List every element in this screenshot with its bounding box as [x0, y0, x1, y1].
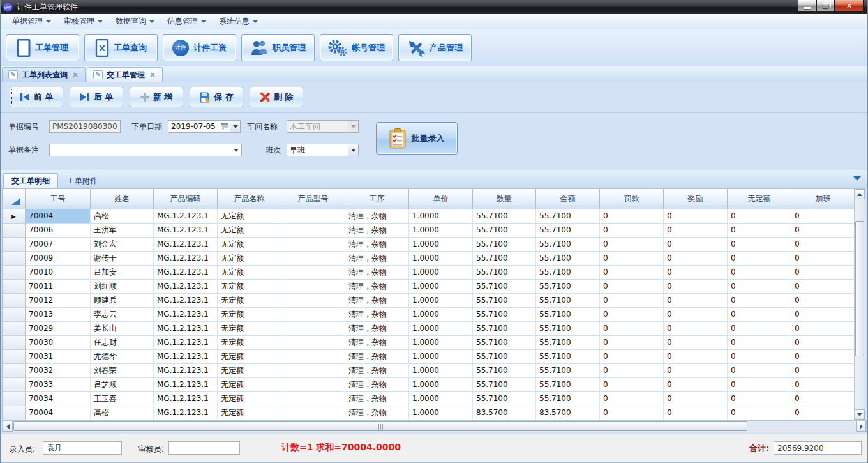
grid-cell[interactable]: MG.1.2.123.1 — [154, 378, 218, 392]
grid-cell[interactable]: MG.1.2.123.1 — [154, 322, 218, 336]
grid-cell[interactable]: 尤德华 — [91, 350, 154, 364]
row-selector[interactable] — [3, 266, 26, 280]
grid-cell[interactable] — [281, 322, 345, 336]
grid-cell[interactable]: 1.0000 — [409, 406, 473, 420]
grid-cell[interactable]: 83.5700 — [536, 406, 600, 420]
grid-cell[interactable]: 70033 — [26, 378, 91, 392]
piecework-wage-button[interactable]: 计件 计件工资 — [163, 34, 236, 61]
grid-cell[interactable] — [281, 350, 345, 364]
grid-cell[interactable]: 55.7100 — [473, 336, 536, 350]
shift-select[interactable]: 早班 — [287, 144, 359, 156]
grid-cell[interactable]: 无定额 — [218, 336, 281, 350]
grid-cell[interactable]: 0 — [728, 294, 791, 308]
grid-cell[interactable]: 1.0000 — [409, 336, 473, 350]
grid-cell[interactable]: 无定额 — [218, 406, 281, 420]
grid-cell[interactable]: 0 — [600, 280, 664, 294]
grid-cell[interactable]: 0 — [664, 406, 728, 420]
grid-cell[interactable]: 70012 — [26, 294, 91, 308]
tab-work-order-attachment[interactable]: 工单附件 — [59, 173, 106, 188]
row-selector[interactable] — [3, 392, 26, 406]
grid-cell[interactable]: 55.7100 — [473, 238, 536, 252]
grid-cell[interactable]: 无定额 — [218, 238, 281, 252]
grid-cell[interactable] — [281, 294, 345, 308]
scroll-down-button[interactable] — [855, 409, 865, 420]
table-row[interactable]: 70010吕加安MG.1.2.123.1无定额清理，杂物1.000055.710… — [3, 266, 855, 280]
grid-cell[interactable]: 0 — [791, 308, 855, 322]
grid-cell[interactable]: 0 — [791, 364, 855, 378]
grid-cell[interactable]: 0 — [791, 252, 855, 266]
grid-cell[interactable] — [281, 238, 345, 252]
tab-delivery-order-detail[interactable]: 交工单明细 — [3, 173, 58, 188]
tab-close-icon[interactable]: × — [71, 70, 79, 79]
tab-close-icon[interactable]: × — [149, 70, 156, 79]
table-row[interactable]: 70004高松MG.1.2.123.1无定额清理，杂物1.000083.5700… — [3, 406, 855, 420]
grid-cell[interactable] — [281, 266, 345, 280]
grid-cell[interactable]: 清理，杂物 — [345, 308, 409, 322]
grid-cell[interactable]: 0 — [600, 350, 664, 364]
grid-cell[interactable]: 刘红顺 — [91, 280, 154, 294]
grid-cell[interactable]: 0 — [791, 209, 855, 224]
grid-cell[interactable] — [281, 336, 345, 350]
grid-cell[interactable]: 55.7100 — [536, 238, 600, 252]
grid-cell[interactable]: 清理，杂物 — [345, 392, 409, 406]
grid-cell[interactable] — [281, 392, 345, 406]
grid-cell[interactable]: 0 — [664, 238, 728, 252]
grid-cell[interactable]: 1.0000 — [409, 364, 473, 378]
grid-cell[interactable]: 0 — [791, 280, 855, 294]
menu-audit-management[interactable]: 审核管理 — [57, 14, 109, 29]
grid-cell[interactable]: MG.1.2.123.1 — [154, 280, 218, 294]
column-header[interactable]: 无定额 — [728, 189, 791, 209]
chevron-down-icon[interactable] — [230, 121, 240, 132]
chevron-down-icon[interactable] — [348, 144, 358, 156]
menu-system-info[interactable]: 系统信息 — [213, 14, 264, 29]
grid-cell[interactable]: 0 — [791, 294, 855, 308]
grid-cell[interactable]: 0 — [728, 378, 791, 392]
staff-management-button[interactable]: 职员管理 — [241, 34, 315, 61]
grid-cell[interactable]: 1.0000 — [409, 224, 473, 238]
column-header[interactable]: 产品名称 — [218, 189, 281, 209]
grid-cell[interactable]: 0 — [664, 364, 728, 378]
grid-cell[interactable]: 0 — [600, 252, 664, 266]
table-row[interactable]: 70007刘金宏MG.1.2.123.1无定额清理，杂物1.000055.710… — [3, 238, 855, 252]
chevron-down-icon[interactable] — [231, 144, 241, 156]
grid-cell[interactable]: 0 — [600, 308, 664, 322]
grid-cell[interactable]: 清理，杂物 — [345, 238, 409, 252]
grid-cell[interactable]: 清理，杂物 — [345, 350, 409, 364]
row-selector[interactable] — [3, 294, 26, 308]
grid-cell[interactable]: 1.0000 — [409, 378, 473, 392]
grid-cell[interactable]: 0 — [728, 209, 791, 224]
grid-cell[interactable]: MG.1.2.123.1 — [154, 266, 218, 280]
title-bar[interactable]: 计件 计件工单管理软件 ✕ — [1, 0, 867, 14]
workshop-select[interactable]: 木工车间 — [287, 120, 359, 133]
table-row[interactable]: 70013李志云MG.1.2.123.1无定额清理，杂物1.000055.710… — [3, 308, 855, 322]
next-order-button[interactable]: 后 单 — [70, 87, 123, 107]
grid-cell[interactable]: 70031 — [26, 350, 91, 364]
grid-cell[interactable]: 55.7100 — [536, 378, 600, 392]
grid-cell[interactable]: MG.1.2.123.1 — [154, 392, 218, 406]
grid-cell[interactable]: 0 — [791, 238, 855, 252]
grid-cell[interactable]: 0 — [728, 224, 791, 238]
table-row[interactable]: 70033吕芝顺MG.1.2.123.1无定额清理，杂物1.000055.710… — [3, 378, 855, 392]
grid-cell[interactable]: 55.7100 — [473, 322, 536, 336]
grid-cell[interactable]: MG.1.2.123.1 — [154, 252, 218, 266]
grid-cell[interactable]: 55.7100 — [473, 308, 536, 322]
grid-cell[interactable]: 0 — [664, 209, 728, 224]
table-row[interactable]: ▶70004高松MG.1.2.123.1无定额清理，杂物1.000055.710… — [3, 209, 855, 224]
table-row[interactable]: 70030任志财MG.1.2.123.1无定额清理，杂物1.000055.710… — [3, 336, 855, 350]
grid-cell[interactable]: 0 — [728, 406, 791, 420]
tabstrip-dropdown-icon[interactable] — [853, 176, 861, 181]
grid-cell[interactable]: MG.1.2.123.1 — [154, 406, 218, 420]
grid-cell[interactable]: 0 — [791, 336, 855, 350]
grid-cell[interactable]: 55.7100 — [473, 392, 536, 406]
grid-cell[interactable]: 0 — [600, 224, 664, 238]
row-selector[interactable] — [3, 308, 26, 322]
horizontal-scrollbar[interactable] — [2, 420, 867, 432]
total-field[interactable] — [774, 441, 862, 455]
table-row[interactable]: 70034王玉喜MG.1.2.123.1无定额清理，杂物1.000055.710… — [3, 392, 855, 406]
row-selector[interactable] — [3, 378, 26, 392]
grid-cell[interactable] — [281, 364, 345, 378]
row-selector[interactable] — [3, 406, 26, 420]
grid-cell[interactable]: 无定额 — [218, 209, 281, 224]
grid-cell[interactable]: 1.0000 — [409, 209, 473, 224]
grid-cell[interactable]: 0 — [728, 336, 791, 350]
